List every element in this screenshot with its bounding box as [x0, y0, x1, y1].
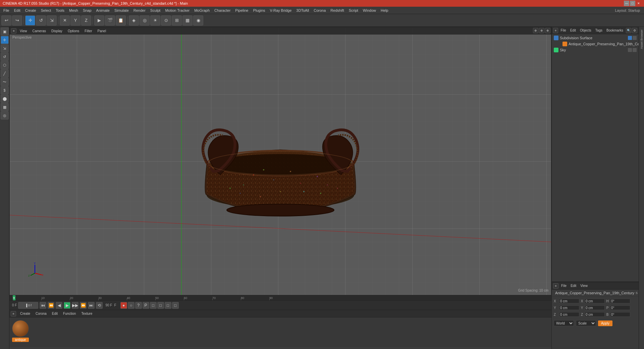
menu-pipeline[interactable]: Pipeline [233, 8, 250, 13]
obj-file-menu[interactable]: File [559, 28, 568, 33]
vp-icon-zoom[interactable]: ⊕ [539, 28, 544, 33]
obj-item-sky[interactable]: Sky [552, 47, 638, 53]
menu-edit[interactable]: Edit [12, 8, 22, 13]
sidebar-brush[interactable]: ▩ [1, 103, 9, 111]
coord-h-val[interactable] [610, 299, 630, 303]
sidebar-magnet[interactable]: ⬤ [1, 95, 9, 103]
coord-b-val[interactable] [610, 312, 630, 317]
vp-icon-full[interactable]: ⊕ [545, 28, 550, 33]
maximize-button[interactable]: □ [630, 1, 635, 6]
play-reverse[interactable]: ◀ [56, 302, 62, 309]
vp-view-menu[interactable]: View [18, 29, 29, 33]
coord-p-val[interactable] [610, 305, 630, 310]
wire-display-button[interactable]: ◎ [140, 15, 150, 26]
move-tool-button[interactable]: ✛ [25, 15, 35, 26]
light-button[interactable]: ☀ [150, 15, 160, 26]
obj-item-antique-pan[interactable]: Antique_Copper_Preserving_Pan_19th_Centu… [556, 41, 638, 47]
vp-filter-menu[interactable]: Filter [83, 29, 94, 33]
menu-snap[interactable]: Snap [81, 8, 94, 13]
coord-z-pos[interactable] [559, 312, 579, 317]
menu-redshift[interactable]: Redshift [328, 8, 346, 13]
mat-create-menu[interactable]: Create [19, 311, 32, 316]
fast-forward[interactable]: ⏩ [80, 302, 87, 309]
step-back[interactable]: ⏪ [48, 302, 54, 309]
world-axes-button[interactable]: ⊞ [172, 15, 182, 26]
marker3-btn[interactable]: □ [165, 302, 171, 309]
obj-objects-menu[interactable]: Objects [579, 28, 593, 33]
sidebar-live-sel[interactable]: ⬡ [1, 61, 9, 69]
obj-search-icon[interactable]: 🔍 [626, 28, 631, 33]
vp-options-menu[interactable]: Options [66, 29, 81, 33]
menu-mograph[interactable]: MoGraph [192, 8, 212, 13]
obj-vis-subdivision[interactable] [628, 36, 632, 40]
coord-y-pos[interactable] [559, 305, 579, 310]
sidebar-rotate[interactable]: ↺ [1, 53, 9, 61]
coord-z-rot-input[interactable] [585, 312, 605, 317]
rotate-tool-button[interactable]: ↺ [36, 15, 46, 26]
marker-btn[interactable]: □ [150, 302, 157, 309]
coord-world-dropdown[interactable]: World Local [554, 320, 574, 326]
snap-button[interactable]: ◉ [193, 15, 203, 26]
obj-display-button[interactable]: ◈ [129, 15, 139, 26]
redo-button[interactable]: ↪ [12, 15, 22, 26]
object-mode-button[interactable]: ✕ [60, 15, 70, 26]
vp-display-menu[interactable]: Display [49, 29, 64, 33]
auto-key-btn[interactable]: ○ [128, 302, 135, 309]
point-mode-button[interactable]: Y [70, 15, 80, 26]
menu-mesh[interactable]: Mesh [67, 8, 80, 13]
grid-button[interactable]: ▦ [182, 15, 193, 26]
scene-button[interactable]: ⊙ [161, 15, 171, 26]
frame-input-area[interactable]: ▐ 0 f [18, 302, 38, 309]
obj-item-subdivision[interactable]: Subdivision Surface [552, 35, 638, 41]
sidebar-scale[interactable]: ⇲ [1, 44, 9, 52]
coord-x-pos[interactable] [559, 299, 579, 303]
attr-view-menu[interactable]: View [579, 284, 589, 288]
vp-menu-icon[interactable]: ≡ [11, 28, 16, 34]
browser-tab-assets[interactable]: Asset Browser [639, 28, 644, 50]
obj-render-sky[interactable] [633, 48, 637, 52]
render-to-po-button[interactable]: 🎬 [105, 15, 115, 26]
play-forward[interactable]: ▶ [64, 302, 70, 309]
menu-select[interactable]: Select [39, 8, 53, 13]
sidebar-move[interactable]: ✛ [1, 36, 9, 44]
mat-function-menu[interactable]: Function [62, 311, 77, 316]
obj-settings-icon[interactable]: ⚙ [632, 28, 637, 33]
attr-edit-menu[interactable]: Edit [569, 284, 578, 288]
viewport[interactable]: ≡ View Cameras Display Options Filter Pa… [9, 27, 551, 295]
play-preview-btn[interactable]: P [143, 302, 149, 309]
apply-button[interactable]: Apply [598, 320, 612, 326]
menu-create[interactable]: Create [23, 8, 38, 13]
obj-tags-menu[interactable]: Tags [594, 28, 604, 33]
vp-icon-move[interactable]: ⊕ [533, 28, 538, 33]
mat-corona-menu[interactable]: Corona [34, 311, 48, 316]
menu-character[interactable]: Character [212, 8, 232, 13]
obj-vis-sky[interactable] [628, 48, 632, 52]
menu-window[interactable]: Window [361, 8, 378, 13]
coord-x-rot-input[interactable] [585, 299, 605, 303]
key-btn[interactable]: ? [135, 302, 142, 309]
menu-vray[interactable]: V-Ray Bridge [268, 8, 294, 13]
vp-cameras-menu[interactable]: Cameras [31, 29, 48, 33]
timeline-btn[interactable]: □ [172, 302, 179, 309]
mat-texture-menu[interactable]: Texture [80, 311, 94, 316]
material-item[interactable]: antique [12, 320, 29, 342]
obj-render-subdivision[interactable] [633, 36, 637, 40]
mat-edit-menu[interactable]: Edit [51, 311, 59, 316]
sidebar-select[interactable]: ▣ [1, 28, 9, 36]
menu-3dtoall[interactable]: 3DToAll [294, 8, 311, 13]
vp-panel-menu[interactable]: Panel [96, 29, 108, 33]
record-btn[interactable]: ● [120, 302, 127, 309]
sidebar-rect[interactable]: ╱ [1, 69, 9, 78]
coord-y-rot-input[interactable] [585, 305, 605, 310]
render-queue-button[interactable]: 📋 [116, 15, 126, 26]
obj-bookmarks-menu[interactable]: Bookmarks [605, 28, 625, 33]
menu-script[interactable]: Script [347, 8, 360, 13]
sidebar-knife[interactable]: ◎ [1, 111, 9, 119]
menu-animate[interactable]: Animate [94, 8, 112, 13]
edge-mode-button[interactable]: Z [81, 15, 91, 26]
attr-file-menu[interactable]: File [560, 284, 568, 288]
menu-help[interactable]: Help [379, 8, 390, 13]
menu-sculpt[interactable]: Sculpt [148, 8, 163, 13]
loop[interactable]: ⟲ [96, 302, 103, 309]
menu-render[interactable]: Render [131, 8, 148, 13]
